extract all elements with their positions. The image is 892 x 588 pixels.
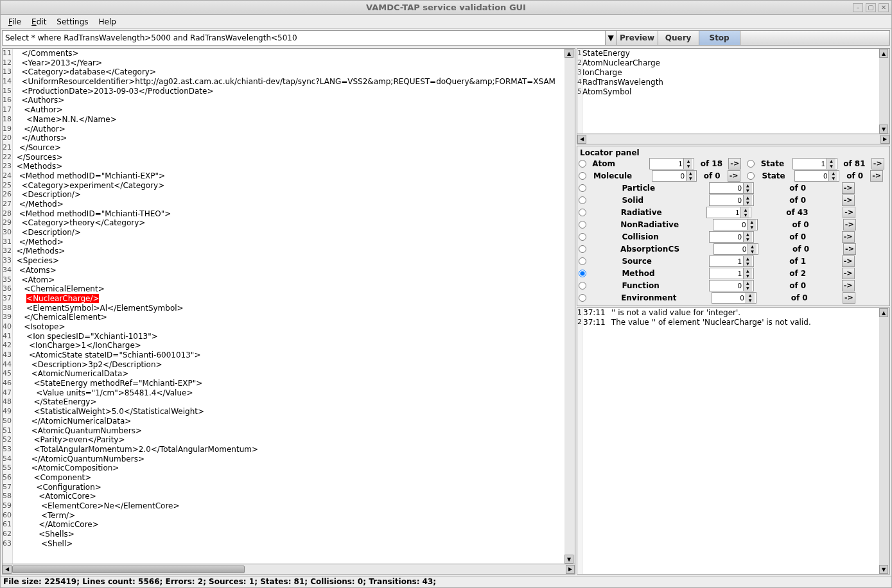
scroll-down-icon[interactable]: ▼ [879, 565, 888, 574]
locator-spinner[interactable]: ▲▼ [794, 170, 839, 182]
locator-radio-method[interactable] [579, 270, 586, 277]
errors-content[interactable]: 37:11 '' is not a valid value for 'integ… [582, 308, 879, 574]
locator-go-button[interactable]: -> [871, 158, 884, 169]
locator-spinner[interactable]: ▲▼ [709, 280, 754, 291]
spin-up-icon[interactable]: ▲ [744, 268, 752, 273]
locator-go-button[interactable]: -> [842, 268, 855, 279]
hscroll-thumb[interactable] [12, 566, 245, 573]
minimize-button[interactable]: – [853, 3, 863, 12]
restrictable-item[interactable]: StateEnergy [582, 49, 879, 58]
spin-down-icon[interactable]: ▼ [746, 298, 755, 303]
locator-radio-state[interactable] [747, 160, 755, 168]
query-button[interactable]: Query [658, 31, 699, 45]
scroll-right-icon[interactable]: ▶ [566, 565, 575, 574]
stop-button[interactable]: Stop [699, 31, 740, 45]
locator-spinner[interactable]: ▲▼ [706, 207, 751, 218]
menu-file[interactable]: File [3, 16, 26, 28]
scroll-left-icon[interactable]: ◀ [577, 135, 586, 144]
restrictables-vscroll[interactable]: ▲ ▼ [879, 49, 889, 134]
locator-radio-state[interactable] [747, 172, 755, 180]
scroll-up-icon[interactable]: ▲ [879, 308, 888, 317]
spin-up-icon[interactable]: ▲ [744, 281, 752, 286]
spin-down-icon[interactable]: ▼ [829, 176, 837, 181]
spin-up-icon[interactable]: ▲ [748, 244, 756, 249]
locator-radio-source[interactable] [579, 257, 586, 265]
locator-spinner[interactable]: ▲▼ [652, 170, 697, 182]
locator-go-button[interactable]: -> [843, 292, 855, 304]
query-input[interactable] [3, 31, 605, 45]
locator-radio-collision[interactable] [579, 233, 586, 241]
locator-spinner[interactable]: ▲▼ [792, 158, 837, 169]
locator-spinner[interactable]: ▲▼ [713, 243, 758, 255]
locator-spinner[interactable]: ▲▼ [649, 158, 694, 169]
locator-radio-solid[interactable] [579, 196, 586, 204]
locator-go-button[interactable]: -> [843, 243, 856, 255]
spin-down-icon[interactable]: ▼ [686, 176, 695, 181]
locator-spinner[interactable]: ▲▼ [713, 219, 758, 230]
spin-down-icon[interactable]: ▼ [741, 212, 749, 218]
locator-radio-radiative[interactable] [579, 209, 586, 216]
spin-down-icon[interactable]: ▼ [744, 188, 752, 193]
xml-code-area[interactable]: 1112131415161718192021222324252627282930… [3, 49, 564, 564]
locator-spinner[interactable]: ▲▼ [709, 255, 754, 267]
locator-go-button[interactable]: -> [842, 255, 855, 267]
spin-up-icon[interactable]: ▲ [744, 232, 752, 237]
spin-up-icon[interactable]: ▲ [744, 183, 752, 188]
spin-down-icon[interactable]: ▼ [744, 200, 752, 205]
locator-spinner[interactable]: ▲▼ [712, 292, 756, 304]
vscrollbar[interactable]: ▲ ▼ [564, 49, 575, 564]
spin-down-icon[interactable]: ▼ [748, 249, 756, 254]
spin-up-icon[interactable]: ▲ [746, 293, 755, 298]
error-item[interactable]: 37:11 The value '' of element 'NuclearCh… [583, 318, 879, 327]
locator-go-button[interactable]: -> [728, 158, 741, 169]
scroll-left-icon[interactable]: ◀ [3, 565, 12, 574]
locator-radio-molecule[interactable] [579, 172, 586, 180]
scroll-down-icon[interactable]: ▼ [564, 555, 573, 564]
locator-go-button[interactable]: -> [842, 231, 855, 243]
spin-up-icon[interactable]: ▲ [686, 171, 695, 176]
restrictables-content[interactable]: StateEnergyAtomNuclearChargeIonChargeRad… [582, 49, 879, 134]
scroll-down-icon[interactable]: ▼ [879, 125, 888, 134]
spin-up-icon[interactable]: ▲ [684, 159, 692, 164]
locator-spinner[interactable]: ▲▼ [709, 182, 754, 194]
hscroll-track[interactable] [12, 565, 566, 574]
spin-down-icon[interactable]: ▼ [827, 164, 835, 169]
restrictable-item[interactable]: IonCharge [582, 68, 879, 78]
vscroll-track[interactable] [879, 58, 889, 125]
restrictable-item[interactable]: AtomNuclearCharge [582, 58, 879, 68]
preview-button[interactable]: Preview [617, 31, 658, 45]
locator-go-button[interactable]: -> [843, 207, 855, 218]
vscroll-track[interactable] [564, 58, 575, 555]
spin-up-icon[interactable]: ▲ [829, 171, 837, 176]
menu-help[interactable]: Help [94, 16, 121, 28]
restrictable-item[interactable]: RadTransWavelength [582, 78, 879, 87]
locator-go-button[interactable]: -> [728, 170, 740, 182]
locator-radio-nonradiative[interactable] [579, 221, 586, 229]
locator-go-button[interactable]: -> [870, 170, 883, 182]
spin-down-icon[interactable]: ▼ [748, 225, 756, 230]
locator-radio-particle[interactable] [579, 184, 586, 192]
scroll-right-icon[interactable]: ▶ [880, 135, 889, 144]
scroll-up-icon[interactable]: ▲ [564, 49, 573, 58]
restrictable-item[interactable]: AtomSymbol [582, 87, 879, 97]
locator-radio-environment[interactable] [579, 294, 586, 302]
locator-go-button[interactable]: -> [843, 219, 856, 230]
errors-vscroll[interactable]: ▲ ▼ [879, 308, 889, 574]
menu-edit[interactable]: Edit [26, 16, 51, 28]
spin-down-icon[interactable]: ▼ [684, 164, 692, 169]
locator-go-button[interactable]: -> [842, 182, 855, 194]
error-item[interactable]: 37:11 '' is not a valid value for 'integ… [583, 308, 879, 318]
spin-down-icon[interactable]: ▼ [744, 261, 752, 266]
locator-go-button[interactable]: -> [842, 280, 855, 291]
maximize-button[interactable]: ▢ [866, 3, 876, 12]
spin-up-icon[interactable]: ▲ [748, 220, 756, 225]
menu-settings[interactable]: Settings [51, 16, 93, 28]
hscrollbar[interactable]: ◀ ▶ [3, 564, 575, 574]
locator-radio-absorptioncs[interactable] [579, 245, 586, 253]
locator-go-button[interactable]: -> [842, 195, 855, 206]
hscroll-track[interactable] [586, 135, 880, 144]
spin-down-icon[interactable]: ▼ [744, 273, 752, 279]
restrictables-hscroll[interactable]: ◀ ▶ [577, 134, 889, 144]
vscroll-track[interactable] [879, 317, 889, 565]
spin-up-icon[interactable]: ▲ [741, 207, 749, 212]
